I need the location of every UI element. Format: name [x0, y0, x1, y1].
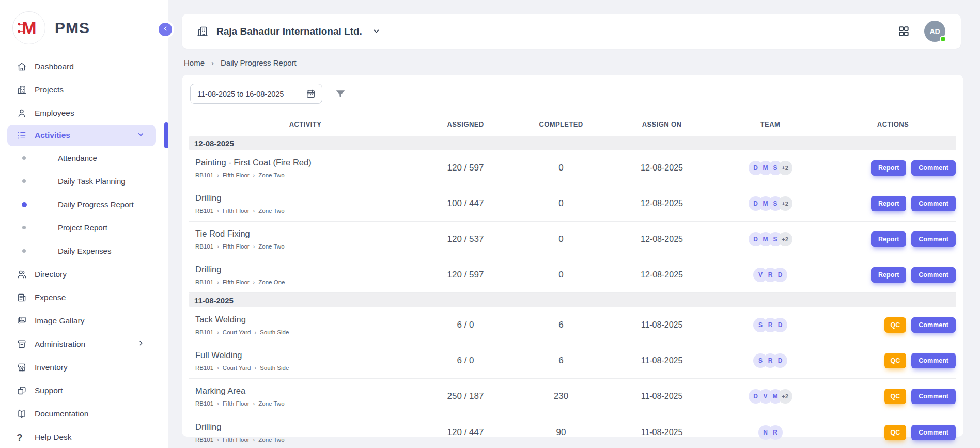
sidebar-item-attendance[interactable]: Attendance — [0, 146, 168, 169]
filter-bar: 11-08-2025 to 16-08-2025 — [189, 82, 956, 112]
assigned-value: 120 / 597 — [422, 163, 509, 173]
sidebar-subitem-label: Daily Task Planning — [58, 177, 126, 186]
sidebar-item-daily-task-planning[interactable]: Daily Task Planning — [0, 169, 168, 193]
team-avatar-group: S R D — [711, 353, 830, 368]
path-segment: RB101 — [195, 172, 213, 178]
avatar: D — [773, 353, 787, 368]
sidebar-item-daily-expenses[interactable]: Daily Expenses — [0, 239, 168, 262]
column-header-assigned: ASSIGNED — [422, 120, 509, 128]
sidebar-item-support[interactable]: Support — [0, 379, 168, 402]
brand-logo: M — [12, 11, 45, 44]
path-segment: RB101 — [195, 365, 213, 371]
sidebar-item-image-gallary[interactable]: Image Gallary — [0, 309, 168, 332]
assigned-value: 120 / 597 — [422, 270, 509, 280]
report-button[interactable]: Report — [871, 196, 906, 211]
path-segment: Zone Two — [258, 208, 284, 214]
report-button[interactable]: Report — [871, 160, 906, 176]
comment-button[interactable]: Comment — [911, 353, 956, 368]
qc-button[interactable]: QC — [884, 389, 907, 404]
sidebar-item-administration[interactable]: Administration — [0, 332, 168, 356]
chevron-right-icon: › — [217, 208, 219, 214]
online-status-dot — [940, 36, 946, 42]
column-header-assign-on: ASSIGN ON — [613, 120, 711, 128]
avatar-initials: AD — [929, 27, 940, 36]
table-row: Drilling RB101› Fifth Floor› Zone Two 12… — [189, 414, 956, 448]
qc-button[interactable]: QC — [884, 425, 907, 440]
comment-button[interactable]: Comment — [911, 231, 956, 247]
assign-on-value: 12-08-2025 — [613, 270, 711, 280]
company-selector[interactable]: Raja Bahadur International Ltd. — [196, 25, 381, 38]
sidebar-item-activities[interactable]: Activities — [7, 125, 156, 146]
chevron-right-icon: › — [211, 58, 214, 67]
report-button[interactable]: Report — [871, 231, 906, 247]
brand: M PMS — [0, 0, 168, 52]
sidebar-item-help-desk[interactable]: ? Help Desk — [0, 425, 168, 448]
path-segment: South Side — [260, 329, 289, 335]
qc-button[interactable]: QC — [884, 353, 907, 368]
date-group-header: 11-08-2025 — [189, 293, 956, 307]
sidebar-item-inventory[interactable]: Inventory — [0, 356, 168, 379]
comment-button[interactable]: Comment — [911, 196, 956, 211]
assigned-value: 6 / 0 — [422, 320, 509, 330]
company-name: Raja Bahadur International Ltd. — [216, 26, 362, 37]
avatar-overflow-count: +2 — [778, 232, 792, 246]
sidebar-item-employees[interactable]: Employees — [0, 101, 168, 125]
chevron-right-icon: › — [253, 208, 255, 214]
sidebar-item-label: Support — [35, 386, 63, 395]
activity-path: RB101› Fifth Floor› Zone Two — [195, 208, 422, 214]
assign-on-value: 11-08-2025 — [613, 392, 711, 401]
user-avatar[interactable]: AD — [924, 21, 945, 42]
completed-value: 0 — [509, 270, 613, 280]
comment-button[interactable]: Comment — [911, 267, 956, 283]
comment-button[interactable]: Comment — [911, 160, 956, 176]
activity-title: Drilling — [195, 193, 422, 203]
sidebar-item-label: Documentation — [35, 409, 88, 419]
comment-button[interactable]: Comment — [911, 389, 956, 404]
sidebar-item-daily-progress-report[interactable]: Daily Progress Report — [0, 193, 168, 216]
sidebar-item-project-report[interactable]: Project Report — [0, 216, 168, 239]
calendar-icon — [306, 89, 316, 99]
activity-path: RB101› Fifth Floor› Zone Two — [195, 437, 422, 443]
breadcrumb-home[interactable]: Home — [184, 58, 205, 67]
sidebar-item-expense[interactable]: Expense — [0, 286, 168, 309]
activity-path: RB101› Fifth Floor› Zone Two — [195, 172, 422, 178]
sidebar-item-directory[interactable]: Directory — [0, 262, 168, 286]
sidebar-subitem-label: Daily Progress Report — [58, 200, 134, 209]
apps-grid-icon[interactable] — [898, 25, 910, 37]
path-segment: Fifth Floor — [223, 437, 250, 443]
sidebar-item-label: Help Desk — [35, 432, 72, 442]
path-segment: Zone Two — [258, 437, 284, 443]
sidebar-item-dashboard[interactable]: Dashboard — [0, 55, 168, 78]
archive-icon — [17, 339, 27, 349]
path-segment: Fifth Floor — [223, 243, 250, 250]
path-segment: RB101 — [195, 400, 213, 407]
date-group-header: 12-08-2025 — [189, 136, 956, 150]
comment-button[interactable]: Comment — [911, 425, 956, 440]
filter-funnel-icon[interactable] — [335, 88, 346, 100]
assigned-value: 100 / 447 — [422, 198, 509, 209]
comment-button[interactable]: Comment — [911, 317, 956, 333]
sidebar-item-label: Image Gallary — [35, 316, 84, 326]
team-avatar-group: N R — [711, 425, 830, 440]
column-header-team: TEAM — [711, 120, 830, 128]
assign-on-value: 11-08-2025 — [613, 356, 711, 365]
bullet-icon — [22, 156, 26, 160]
date-range-input[interactable]: 11-08-2025 to 16-08-2025 — [190, 84, 322, 104]
active-accent-bar — [164, 122, 168, 148]
sidebar-item-documentation[interactable]: Documentation — [0, 402, 168, 425]
sidebar-collapse-button[interactable] — [159, 23, 172, 36]
breadcrumb-current: Daily Progress Report — [221, 58, 297, 67]
chevron-right-icon: › — [217, 365, 219, 371]
avatar: D — [773, 268, 787, 282]
chevron-right-icon: › — [217, 400, 219, 407]
circuit-decoration — [18, 23, 25, 34]
team-avatar-group: D M S +2 — [711, 196, 830, 211]
sidebar-item-projects[interactable]: Projects — [0, 78, 168, 101]
activity-path: RB101› Fifth Floor› Zone Two — [195, 400, 422, 407]
report-button[interactable]: Report — [871, 267, 906, 283]
qc-button[interactable]: QC — [884, 317, 907, 333]
chevron-right-icon: › — [253, 437, 255, 443]
avatar-overflow-count: +2 — [778, 161, 792, 175]
assigned-value: 120 / 537 — [422, 234, 509, 244]
assign-on-value: 12-08-2025 — [613, 199, 711, 208]
